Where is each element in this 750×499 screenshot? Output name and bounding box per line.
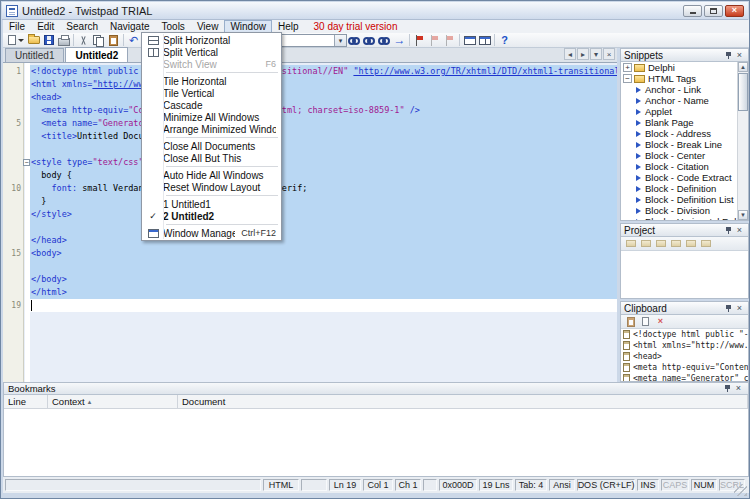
menu-item-minimize-all-windows[interactable]: Minimize All Windows (143, 111, 280, 123)
clear-clipboard-button[interactable]: × (654, 316, 667, 327)
expand-icon[interactable]: + (623, 63, 632, 72)
find-button[interactable] (347, 33, 362, 47)
tree-item-block-center[interactable]: Block - Center (621, 150, 737, 161)
menu-item-window-manager[interactable]: Window Manager...Ctrl+F12 (143, 227, 280, 239)
next-bookmark-button[interactable] (442, 33, 457, 47)
toggle-bookmark-button[interactable] (412, 33, 427, 47)
help-button[interactable] (497, 33, 512, 47)
tree-item-delphi[interactable]: +Delphi (621, 62, 737, 73)
snippets-pin-button[interactable] (723, 50, 734, 61)
tree-item-block-definition[interactable]: Block - Definition (621, 183, 737, 194)
clipboard-item[interactable]: <head> (621, 351, 748, 362)
menu-item-arrange-minimized-windows[interactable]: Arrange Minimized Windows (143, 123, 280, 135)
project-content[interactable] (621, 251, 748, 298)
previous-bookmark-button[interactable] (427, 33, 442, 47)
column-header-context[interactable]: Context▴ (48, 395, 178, 408)
clipboard-item[interactable]: <meta http-equiv="Content-Type" (621, 362, 748, 373)
bookmarks-header[interactable]: Bookmarks × (4, 383, 748, 395)
window-layout-button[interactable] (477, 33, 492, 47)
menu-item-reset-window-layout[interactable]: Reset Window Layout (143, 181, 280, 193)
clipboard-header[interactable]: Clipboard × (621, 302, 748, 315)
menu-item-1-untitled1[interactable]: 1 Untitled1 (143, 198, 280, 210)
save-file-button[interactable] (41, 33, 56, 47)
menu-item-split-vertical[interactable]: Split Vertical (143, 46, 280, 58)
new-file-button[interactable] (6, 33, 26, 47)
maximize-button[interactable] (704, 5, 723, 17)
print-button[interactable] (56, 33, 71, 47)
tree-item-block-break-line[interactable]: Block - Break Line (621, 139, 737, 150)
clipboard-item[interactable]: <html xmlns="http://www.w3.org/1 (621, 340, 748, 351)
tree-item-applet[interactable]: Applet (621, 106, 737, 117)
minimize-button[interactable] (683, 5, 702, 17)
paste-item-button[interactable] (624, 316, 637, 327)
menu-item-close-all-but-this[interactable]: Close All But This (143, 152, 280, 164)
menu-item-tile-horizontal[interactable]: Tile Horizontal (143, 75, 280, 87)
tree-item-anchor-link[interactable]: Anchor - Link (621, 84, 737, 95)
tab-untitled2[interactable]: Untitled2 (65, 47, 128, 62)
split-view-button[interactable] (462, 33, 477, 47)
go-button[interactable] (392, 33, 407, 47)
editor[interactable]: <!doctype html public "-//W3C//DTD XHTML… (3, 63, 617, 382)
collapse-icon[interactable]: − (623, 74, 632, 83)
menu-item-tile-vertical[interactable]: Tile Vertical (143, 87, 280, 99)
tree-item-block-code-extract[interactable]: Block - Code Extract (621, 172, 737, 183)
find-in-files-button[interactable] (362, 33, 377, 47)
close-document-button[interactable]: × (603, 48, 615, 60)
tree-item-anchor-name[interactable]: Anchor - Name (621, 95, 737, 106)
menu-file[interactable]: File (3, 20, 31, 33)
menu-item-split-horizontal[interactable]: Split Horizontal (143, 34, 280, 46)
remove-file-button[interactable] (684, 238, 697, 249)
snippets-header[interactable]: Snippets × (621, 49, 748, 62)
clipboard-close-button[interactable]: × (734, 303, 745, 314)
tree-item-block-citation[interactable]: Block - Citation (621, 161, 737, 172)
save-project-button[interactable] (654, 238, 667, 249)
scrollbar-thumb[interactable] (738, 73, 748, 111)
menu-item-auto-hide-all-windows[interactable]: Auto Hide All Windows (143, 169, 280, 181)
menu-search[interactable]: Search (60, 20, 104, 33)
find-next-button[interactable] (377, 33, 392, 47)
add-file-button[interactable] (669, 238, 682, 249)
scroll-tabs-left-button[interactable]: ◂ (564, 48, 576, 60)
fold-collapse-icon[interactable]: − (23, 159, 30, 166)
project-pin-button[interactable] (723, 225, 734, 236)
menu-item-switch-view[interactable]: Switch ViewF6 (143, 58, 280, 70)
title-bar[interactable]: Untitled2 - Twistpad TRIAL × (2, 2, 748, 20)
scroll-tabs-right-button[interactable]: ▸ (577, 48, 589, 60)
bookmarks-pin-button[interactable] (722, 383, 733, 394)
open-project-button[interactable] (639, 238, 652, 249)
clipboard-pin-button[interactable] (723, 303, 734, 314)
copy-item-button[interactable] (639, 316, 652, 327)
menu-item-cascade[interactable]: Cascade (143, 99, 280, 111)
combobox-dropdown-icon[interactable]: ▾ (334, 35, 346, 46)
cut-button[interactable] (76, 33, 91, 47)
tree-item-block-division[interactable]: Block - Division (621, 205, 737, 216)
open-file-button[interactable] (26, 33, 41, 47)
project-close-button[interactable]: × (734, 225, 745, 236)
undo-button[interactable] (126, 33, 141, 47)
project-header[interactable]: Project × (621, 224, 748, 237)
menu-edit[interactable]: Edit (31, 20, 60, 33)
column-header-document[interactable]: Document (178, 395, 748, 408)
scroll-up-icon[interactable]: ▲ (738, 62, 748, 72)
close-button[interactable]: × (725, 5, 744, 17)
menu-item-close-all-documents[interactable]: Close All Documents (143, 140, 280, 152)
clipboard-item[interactable]: <meta name="Generator" conte (621, 373, 748, 381)
snippets-scrollbar[interactable]: ▲ ▼ (737, 62, 748, 220)
tree-item-html-tags[interactable]: −HTML Tags (621, 73, 737, 84)
resize-grip[interactable] (734, 484, 747, 496)
copy-button[interactable] (91, 33, 106, 47)
clipboard-item[interactable]: <!doctype html public "-//W3C//DT (621, 329, 748, 340)
tree-item-block-address[interactable]: Block - Address (621, 128, 737, 139)
new-project-button[interactable] (624, 238, 637, 249)
paste-button[interactable] (106, 33, 121, 47)
menu-item-2-untitled2[interactable]: ✓2 Untitled2 (143, 210, 280, 222)
column-header-line[interactable]: Line (4, 395, 48, 408)
snippets-close-button[interactable]: × (734, 50, 745, 61)
tab-list-button[interactable]: ▾ (590, 48, 602, 60)
project-properties-button[interactable] (699, 238, 712, 249)
tab-untitled1[interactable]: Untitled1 (5, 48, 64, 62)
bookmarks-close-button[interactable]: × (733, 383, 744, 394)
tree-item-block-definition-list[interactable]: Block - Definition List (621, 194, 737, 205)
tree-item-block-horizontal-rule[interactable]: Block - Horizontal Rule (621, 216, 737, 220)
tree-item-blank-page[interactable]: Blank Page (621, 117, 737, 128)
